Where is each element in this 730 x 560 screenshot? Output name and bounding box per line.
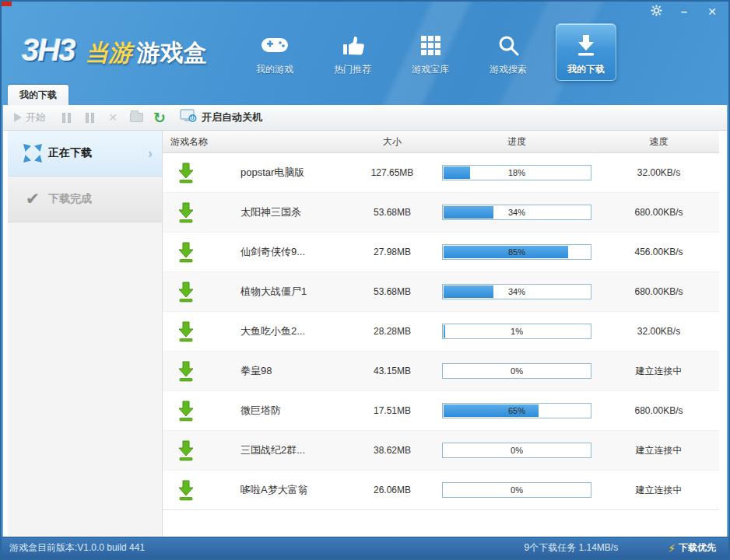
row-icon-cell	[163, 401, 209, 422]
check-icon: ✔	[17, 191, 48, 208]
progress-label: 0%	[443, 443, 591, 457]
table-row[interactable]: 大鱼吃小鱼2... 28.28MB 1% 32.00KB/s	[163, 312, 719, 352]
start-button[interactable]: 开始	[14, 110, 46, 124]
corner-artifact	[2, 2, 12, 6]
tab-my-downloads[interactable]: 我的下载	[8, 85, 68, 105]
game-size: 43.15MB	[349, 366, 435, 376]
table-row[interactable]: 微巨塔防 17.51MB 65% 680.00KB/s	[163, 391, 719, 431]
progress-bar: 34%	[442, 284, 591, 299]
pause-button[interactable]	[58, 110, 74, 125]
game-speed: 32.00KB/s	[598, 326, 719, 337]
minimize-button[interactable]: –	[676, 5, 693, 19]
pause-all-icon	[86, 113, 94, 123]
gamepad-icon	[247, 30, 303, 61]
nav-game-search[interactable]: 游戏搜索	[478, 23, 539, 81]
nav-game-library[interactable]: 游戏宝库	[400, 23, 461, 81]
table-row[interactable]: 哆啦A梦大富翁 26.06MB 0% 建立连接中	[163, 471, 719, 510]
download-arrow-icon	[177, 440, 195, 461]
progress-label: 0%	[443, 364, 591, 378]
app-window: – ✕ 3H3 当游 游戏盒 我的游戏 热门推荐	[0, 0, 730, 560]
game-speed: 680.00KB/s	[598, 286, 719, 297]
progress-label: 0%	[443, 483, 591, 497]
table-row[interactable]: 仙剑奇侠传9... 27.98MB 85% 456.00KB/s	[163, 233, 719, 272]
game-speed: 456.00KB/s	[598, 247, 719, 257]
start-label: 开始	[26, 110, 46, 124]
download-arrow-icon	[177, 282, 195, 303]
download-arrow-icon	[177, 480, 195, 501]
game-speed: 680.00KB/s	[598, 207, 719, 218]
version-text: 游戏盒目前版本:V1.0.0 build 441	[9, 541, 145, 555]
column-header-size: 大小	[349, 135, 435, 149]
toolbar: 开始 ✕ ↻ 开启自动关机	[3, 105, 727, 131]
progress-cell: 65%	[435, 403, 598, 418]
sidebar: 正在下载 › ✔ 下载完成	[8, 131, 163, 537]
download-arrow-icon	[177, 242, 195, 263]
row-icon-cell	[163, 361, 209, 382]
nav-label: 我的下载	[558, 63, 614, 76]
game-name: 大鱼吃小鱼2...	[209, 324, 349, 338]
download-priority-button[interactable]: ⚡ 下载优先	[668, 541, 716, 555]
game-name: 仙剑奇侠传9...	[209, 245, 349, 259]
download-arrow-icon	[177, 401, 195, 422]
game-speed: 680.00KB/s	[598, 405, 719, 416]
sidebar-item-label: 下载完成	[48, 192, 92, 206]
logo-brand: 当游	[85, 37, 132, 69]
search-icon	[480, 30, 536, 61]
progress-label: 65%	[443, 404, 591, 418]
game-size: 17.51MB	[349, 405, 435, 416]
close-button[interactable]: ✕	[704, 5, 721, 19]
row-icon-cell	[163, 440, 209, 461]
game-name: 太阳神三国杀	[209, 205, 349, 219]
pause-all-button[interactable]	[82, 110, 97, 125]
app-logo: 3H3 当游 游戏盒	[22, 33, 206, 69]
app-header: – ✕ 3H3 当游 游戏盒 我的游戏 热门推荐	[2, 2, 728, 105]
delete-task-button[interactable]: ✕	[105, 110, 121, 125]
nav-hot-recommend[interactable]: 热门推荐	[322, 23, 383, 81]
game-name: 三国战纪2群...	[209, 443, 349, 457]
nav-my-downloads[interactable]: 我的下载	[556, 23, 616, 81]
progress-cell: 1%	[435, 324, 598, 339]
folder-icon	[130, 113, 143, 122]
sidebar-item-downloading[interactable]: 正在下载 ›	[8, 131, 162, 177]
nav-label: 热门推荐	[325, 63, 381, 76]
table-row[interactable]: 三国战纪2群... 38.62MB 0% 建立连接中	[163, 431, 719, 471]
pause-icon	[62, 113, 71, 123]
table-row[interactable]: 太阳神三国杀 53.68MB 34% 680.00KB/s	[163, 193, 719, 233]
settings-gear-icon[interactable]	[648, 5, 665, 19]
game-size: 28.28MB	[349, 326, 435, 337]
progress-cell: 85%	[435, 244, 598, 260]
nav-label: 我的游戏	[247, 63, 303, 76]
status-bar: 游戏盒目前版本:V1.0.0 build 441 9个下载任务 1.14MB/s…	[2, 537, 728, 558]
progress-label: 1%	[443, 324, 591, 338]
progress-bar: 34%	[442, 205, 591, 220]
nav-my-games[interactable]: 我的游戏	[244, 23, 305, 81]
nav-label: 游戏宝库	[402, 63, 458, 76]
progress-bar: 1%	[442, 324, 591, 339]
progress-cell: 0%	[435, 443, 598, 458]
progress-bar: 85%	[442, 244, 591, 260]
row-icon-cell	[163, 480, 209, 501]
chevron-right-icon: ›	[148, 145, 153, 162]
progress-label: 34%	[443, 285, 591, 299]
auto-shutdown-toggle[interactable]: 开启自动关机	[180, 109, 262, 126]
nav-label: 游戏搜索	[480, 63, 536, 76]
table-row[interactable]: popstar电脑版 127.65MB 18% 32.00KB/s	[163, 153, 719, 193]
content-area: 正在下载 › ✔ 下载完成 游戏名称 大小 进度 速度 popstar电脑版 1…	[8, 131, 719, 537]
progress-label: 34%	[443, 205, 591, 219]
progress-bar: 18%	[442, 165, 591, 180]
open-folder-button[interactable]	[128, 110, 144, 125]
logo-mark: 3H3	[22, 33, 74, 68]
game-speed: 建立连接中	[598, 484, 719, 497]
column-header-speed: 速度	[598, 135, 719, 149]
main-nav: 我的游戏 热门推荐 游戏宝库 游戏搜索	[244, 23, 616, 81]
download-table-body: popstar电脑版 127.65MB 18% 32.00KB/s 太阳神三国杀…	[163, 153, 719, 510]
refresh-button[interactable]: ↻	[152, 110, 167, 125]
auto-shutdown-label: 开启自动关机	[202, 110, 262, 124]
sidebar-item-completed[interactable]: ✔ 下载完成	[8, 177, 162, 222]
progress-bar: 65%	[442, 403, 591, 418]
game-size: 53.68MB	[349, 207, 435, 218]
table-row[interactable]: 植物大战僵尸1 53.68MB 34% 680.00KB/s	[163, 272, 719, 312]
table-row[interactable]: 拳皇98 43.15MB 0% 建立连接中	[163, 352, 719, 391]
game-name: 微巨塔防	[209, 404, 349, 418]
row-icon-cell	[163, 163, 209, 184]
